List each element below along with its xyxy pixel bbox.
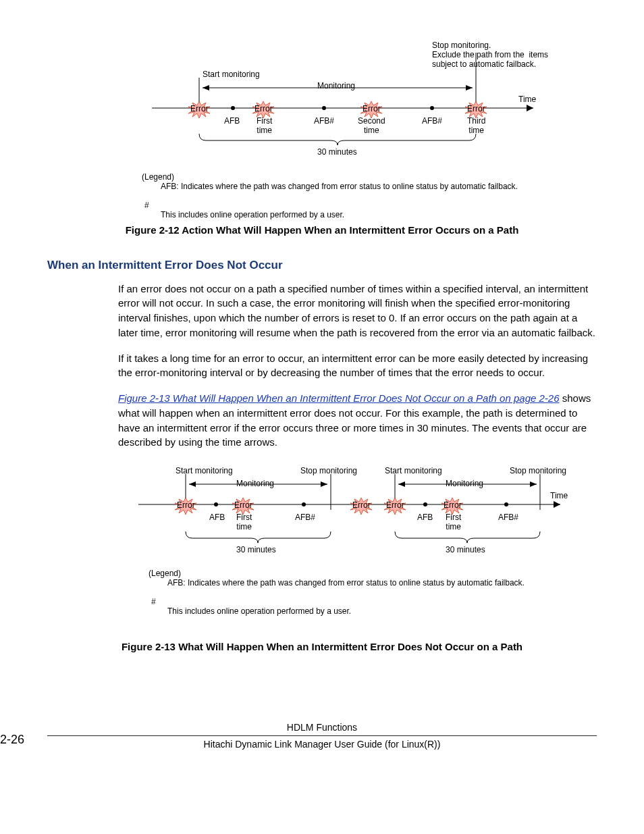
third-time-label: Third time bbox=[467, 116, 485, 135]
svg-marker-34 bbox=[398, 481, 405, 487]
paragraph-2: If it takes a long time for an error to … bbox=[118, 351, 597, 381]
footer-section: HDLM Functions bbox=[287, 722, 357, 733]
error-burst-icon: Error bbox=[381, 496, 408, 515]
figure-2-13-caption: Figure 2-13 What Will Happen When an Int… bbox=[88, 640, 556, 655]
svg-point-24 bbox=[302, 502, 306, 506]
svg-point-8 bbox=[430, 106, 434, 110]
hash-symbol: # bbox=[144, 201, 614, 210]
afb-hash-label: AFB# bbox=[295, 513, 315, 522]
afb-label: AFB bbox=[224, 116, 240, 126]
afb-hash-label: AFB# bbox=[314, 116, 334, 126]
thirty-min-label: 30 minutes bbox=[446, 545, 485, 554]
hash-symbol: # bbox=[151, 597, 608, 606]
stop-monitoring-label: Stop monitoring bbox=[510, 466, 566, 475]
first-time-label: First time bbox=[257, 116, 272, 135]
svg-marker-1 bbox=[527, 105, 533, 111]
legend-afb-text: AFB: Indicates where the path was change… bbox=[161, 182, 614, 191]
hash-note: This includes online operation performed… bbox=[161, 210, 614, 219]
time-label: Time bbox=[518, 95, 536, 104]
svg-point-5 bbox=[231, 106, 235, 110]
figure-2-12-caption: Figure 2-12 Action What Will Happen When… bbox=[88, 223, 556, 238]
svg-marker-11 bbox=[466, 85, 473, 90]
afb-hash-label: AFB# bbox=[498, 513, 518, 522]
error-burst-icon: Error bbox=[172, 496, 199, 515]
second-time-label: Second time bbox=[358, 116, 385, 135]
diagram1-svg bbox=[142, 41, 628, 169]
page-footer: HDLM Functions Hitachi Dynamic Link Mana… bbox=[47, 722, 597, 750]
start-monitoring-label: Start monitoring bbox=[385, 466, 442, 475]
monitoring-label: Monitoring bbox=[236, 479, 274, 488]
stop-monitoring-label: Stop monitoring bbox=[300, 466, 357, 475]
afb-label: AFB bbox=[417, 513, 433, 522]
legend-title: (Legend) bbox=[149, 569, 608, 578]
afb-hash-label: AFB# bbox=[422, 116, 442, 126]
figure-2-13-xref[interactable]: Figure 2-13 What Will Happen When an Int… bbox=[118, 392, 560, 404]
thirty-min-label: 30 minutes bbox=[317, 147, 357, 157]
legend-afb-text: AFB: Indicates where the path was change… bbox=[167, 578, 608, 588]
hash-note: This includes online operation performed… bbox=[167, 606, 608, 616]
monitoring-label: Monitoring bbox=[317, 81, 355, 90]
svg-point-23 bbox=[214, 502, 218, 506]
legend-title: (Legend) bbox=[142, 172, 614, 182]
afb-label: AFB bbox=[209, 513, 225, 522]
error-burst-icon: Error bbox=[348, 496, 375, 515]
svg-point-28 bbox=[423, 502, 427, 506]
thirty-min-label: 30 minutes bbox=[236, 545, 276, 554]
stop-monitoring-text: Stop monitoring. Exclude the path from t… bbox=[432, 41, 548, 69]
error-burst-icon: Error bbox=[186, 100, 213, 119]
first-time-label: First time bbox=[236, 513, 252, 531]
svg-marker-35 bbox=[530, 481, 537, 487]
paragraph-3: Figure 2-13 What Will Happen When an Int… bbox=[118, 391, 597, 450]
start-monitoring-label: Start monitoring bbox=[203, 70, 260, 79]
first-time-label: First time bbox=[446, 513, 461, 531]
start-monitoring-label: Start monitoring bbox=[176, 466, 233, 475]
svg-marker-32 bbox=[321, 481, 327, 487]
svg-point-29 bbox=[504, 502, 508, 506]
monitoring-label: Monitoring bbox=[446, 479, 483, 488]
svg-marker-31 bbox=[189, 481, 196, 487]
time-label: Time bbox=[550, 491, 568, 500]
section-heading: When an Intermittent Error Does Not Occu… bbox=[47, 259, 597, 272]
figure-2-12-diagram: Stop monitoring. Exclude the path from t… bbox=[142, 41, 628, 216]
footer-doc-title: Hitachi Dynamic Link Manager User Guide … bbox=[204, 739, 441, 750]
figure-2-13-diagram: Start monitoring Stop monitoring Start m… bbox=[128, 461, 608, 613]
svg-point-6 bbox=[322, 106, 326, 110]
svg-marker-10 bbox=[203, 85, 209, 90]
svg-marker-19 bbox=[554, 501, 560, 508]
page-number: 2-26 bbox=[0, 733, 24, 747]
paragraph-1: If an error does not occur on a path a s… bbox=[118, 282, 597, 340]
